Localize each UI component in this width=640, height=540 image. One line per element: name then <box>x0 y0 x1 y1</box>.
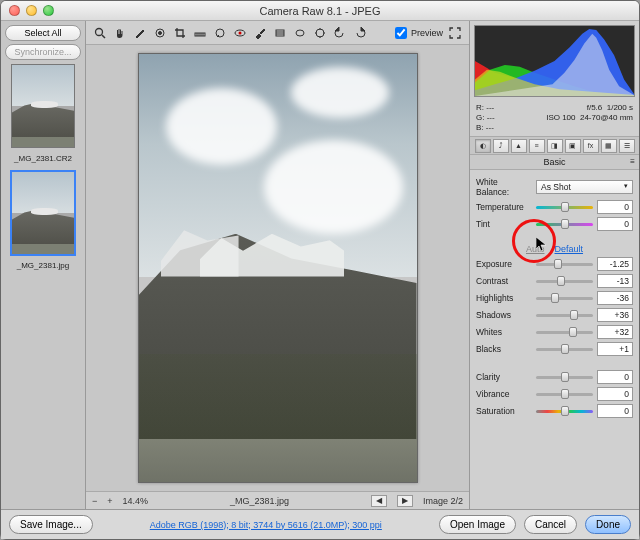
svg-point-16 <box>316 29 324 37</box>
rotate-right-icon[interactable] <box>352 25 368 41</box>
camera-raw-window: Camera Raw 8.1 - JPEG Select All Synchro… <box>0 0 640 540</box>
tab-camera-icon[interactable]: ▦ <box>601 139 617 153</box>
preview-checkbox[interactable] <box>395 27 407 39</box>
exposure-value[interactable]: -1.25 <box>597 257 633 271</box>
synchronize-button[interactable]: Synchronize... <box>5 44 81 60</box>
contrast-slider[interactable] <box>536 276 593 286</box>
exif-readout: R: --- G: --- B: --- f/5.6 1/200 s ISO 1… <box>470 101 639 137</box>
auto-link[interactable]: Auto <box>526 244 545 254</box>
tab-split-icon[interactable]: ◨ <box>547 139 563 153</box>
preview-label: Preview <box>411 28 443 38</box>
zoom-plus-icon[interactable]: + <box>107 496 112 506</box>
straighten-tool-icon[interactable] <box>192 25 208 41</box>
temperature-row: Temperature 0 <box>476 200 633 214</box>
radial-filter-icon[interactable] <box>292 25 308 41</box>
footer: Save Image... Adobe RGB (1998); 8 bit; 3… <box>1 509 639 539</box>
thumbnail-1-label: _MG_2381.CR2 <box>14 154 72 163</box>
default-link[interactable]: Default <box>554 244 583 254</box>
basic-controls: White Balance: As Shot Temperature 0 Tin… <box>470 170 639 509</box>
white-balance-row: White Balance: As Shot <box>476 177 633 197</box>
svg-point-15 <box>296 30 304 36</box>
exposure-slider[interactable] <box>536 259 593 269</box>
panel-tabs: ◐ ⤴ ▲ ≡ ◨ ▣ fx ▦ ☰ <box>470 137 639 155</box>
done-button[interactable]: Done <box>585 515 631 534</box>
panel-title: Basic≡ <box>470 155 639 170</box>
blacks-value[interactable]: +1 <box>597 342 633 356</box>
open-image-button[interactable]: Open Image <box>439 515 516 534</box>
zoom-minus-icon[interactable]: − <box>92 496 97 506</box>
tab-basic-icon[interactable]: ◐ <box>475 139 491 153</box>
white-balance-select[interactable]: As Shot <box>536 180 633 194</box>
highlights-slider[interactable] <box>536 293 593 303</box>
preview-area: Preview − + 14.4% <box>86 21 469 509</box>
auto-default-row: Auto Default <box>476 244 633 254</box>
svg-point-0 <box>96 28 103 35</box>
rotate-left-icon[interactable] <box>332 25 348 41</box>
redeye-tool-icon[interactable] <box>232 25 248 41</box>
blacks-slider[interactable] <box>536 344 593 354</box>
zoom-tool-icon[interactable] <box>92 25 108 41</box>
shadows-slider[interactable] <box>536 310 593 320</box>
preview-viewport[interactable] <box>86 45 469 491</box>
fullscreen-icon[interactable] <box>447 25 463 41</box>
preview-statusbar: − + 14.4% _MG_2381.jpg ◀ ▶ Image 2/2 <box>86 491 469 509</box>
status-filename: _MG_2381.jpg <box>158 496 361 506</box>
saturation-value[interactable]: 0 <box>597 404 633 418</box>
svg-point-3 <box>159 31 162 34</box>
tab-detail-icon[interactable]: ▲ <box>511 139 527 153</box>
white-balance-tool-icon[interactable] <box>132 25 148 41</box>
svg-point-9 <box>216 29 224 37</box>
hand-tool-icon[interactable] <box>112 25 128 41</box>
thumbnail-2-label: _MG_2381.jpg <box>17 261 69 270</box>
workflow-link[interactable]: Adobe RGB (1998); 8 bit; 3744 by 5616 (2… <box>101 520 431 530</box>
whites-value[interactable]: +32 <box>597 325 633 339</box>
tint-slider[interactable] <box>536 219 593 229</box>
toolbar: Preview <box>86 21 469 45</box>
highlights-value[interactable]: -36 <box>597 291 633 305</box>
targeted-adjustment-icon[interactable] <box>312 25 328 41</box>
tint-value[interactable]: 0 <box>597 217 633 231</box>
prev-image-icon[interactable]: ◀ <box>371 495 387 507</box>
image-counter: Image 2/2 <box>423 496 463 506</box>
thumbnail-1[interactable] <box>11 64 75 148</box>
panel-menu-icon[interactable]: ≡ <box>630 157 635 166</box>
select-all-button[interactable]: Select All <box>5 25 81 41</box>
next-image-icon[interactable]: ▶ <box>397 495 413 507</box>
shadows-value[interactable]: +36 <box>597 308 633 322</box>
filmstrip: Select All Synchronize... _MG_2381.CR2 _… <box>1 21 86 509</box>
thumbnail-2[interactable] <box>11 171 75 255</box>
whites-slider[interactable] <box>536 327 593 337</box>
spot-removal-tool-icon[interactable] <box>212 25 228 41</box>
tab-hsl-icon[interactable]: ≡ <box>529 139 545 153</box>
svg-point-11 <box>239 31 242 34</box>
graduated-filter-icon[interactable] <box>272 25 288 41</box>
tint-row: Tint 0 <box>476 217 633 231</box>
preview-image <box>138 53 418 483</box>
right-panel: R: --- G: --- B: --- f/5.6 1/200 s ISO 1… <box>469 21 639 509</box>
clarity-value[interactable]: 0 <box>597 370 633 384</box>
vibrance-value[interactable]: 0 <box>597 387 633 401</box>
zoom-level[interactable]: 14.4% <box>123 496 149 506</box>
adjustment-brush-icon[interactable] <box>252 25 268 41</box>
window-title: Camera Raw 8.1 - JPEG <box>1 5 639 17</box>
color-sampler-tool-icon[interactable] <box>152 25 168 41</box>
histogram[interactable] <box>474 25 635 97</box>
save-image-button[interactable]: Save Image... <box>9 515 93 534</box>
svg-rect-12 <box>276 30 284 36</box>
clarity-slider[interactable] <box>536 372 593 382</box>
cancel-button[interactable]: Cancel <box>524 515 577 534</box>
temperature-slider[interactable] <box>536 202 593 212</box>
tab-presets-icon[interactable]: ☰ <box>619 139 635 153</box>
titlebar: Camera Raw 8.1 - JPEG <box>1 1 639 21</box>
tab-lens-icon[interactable]: ▣ <box>565 139 581 153</box>
crop-tool-icon[interactable] <box>172 25 188 41</box>
temperature-value[interactable]: 0 <box>597 200 633 214</box>
contrast-value[interactable]: -13 <box>597 274 633 288</box>
tab-curve-icon[interactable]: ⤴ <box>493 139 509 153</box>
saturation-slider[interactable] <box>536 406 593 416</box>
vibrance-slider[interactable] <box>536 389 593 399</box>
window-body: Select All Synchronize... _MG_2381.CR2 _… <box>1 21 639 509</box>
tab-fx-icon[interactable]: fx <box>583 139 599 153</box>
svg-line-1 <box>102 35 105 38</box>
